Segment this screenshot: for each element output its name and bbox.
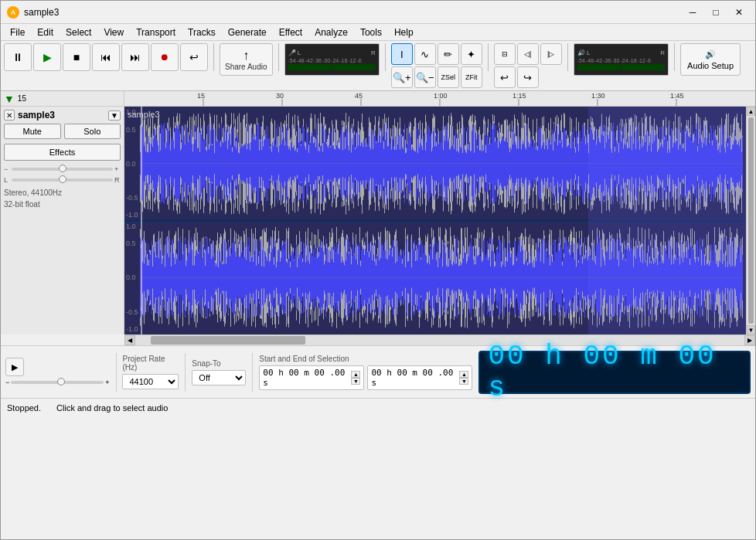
mute-button[interactable]: Mute bbox=[4, 124, 61, 139]
draw-tool-button[interactable]: ✏ bbox=[438, 43, 459, 65]
divider6 bbox=[674, 43, 675, 71]
track-name-row: ✕ sample3 ▼ bbox=[4, 110, 121, 121]
scroll-h-thumb[interactable] bbox=[151, 336, 305, 345]
divider2 bbox=[278, 43, 279, 71]
menu-item-effect[interactable]: Effect bbox=[273, 25, 308, 39]
scroll-up-arrow[interactable]: ▲ bbox=[747, 107, 755, 116]
select-tool-button[interactable]: I bbox=[391, 43, 413, 65]
volume-slider[interactable] bbox=[11, 381, 104, 384]
horizontal-scrollbar[interactable]: ◀ ▶ bbox=[124, 335, 755, 345]
tools-column: I ∿ ✏ ✦ 🔍+ 🔍− ZSel ZFit bbox=[391, 43, 482, 88]
pan-thumb[interactable] bbox=[59, 175, 66, 183]
close-button[interactable]: ✕ bbox=[729, 5, 749, 20]
menu-bar: FileEditSelectViewTransportTracksGenerat… bbox=[1, 24, 755, 41]
time-input-2[interactable]: 00 h 00 m 00 .00 s ▲ ▼ bbox=[367, 365, 472, 390]
title-bar: A sample3 ─ □ ✕ bbox=[1, 1, 755, 24]
zoom-fit-button[interactable]: ZFit bbox=[461, 66, 482, 88]
waveform-area[interactable]: sample3 bbox=[124, 107, 746, 335]
trim-right-button[interactable]: |▷ bbox=[540, 43, 562, 65]
pan-slider-row: L R bbox=[4, 176, 121, 184]
skip-start-button[interactable]: ⏮ bbox=[92, 43, 120, 71]
menu-item-file[interactable]: File bbox=[4, 25, 31, 39]
time-value-1: 00 h 00 m 00 .00 s bbox=[263, 368, 349, 388]
zoom-out2-button[interactable]: ⊟ bbox=[494, 43, 516, 65]
time2-down[interactable]: ▼ bbox=[459, 378, 468, 385]
playback-scale: -54 -48 -42 -36 -30 -24 -18 -12 -6 bbox=[577, 58, 665, 63]
menu-item-analyze[interactable]: Analyze bbox=[308, 25, 354, 39]
scroll-left-arrow[interactable]: ◀ bbox=[124, 335, 135, 345]
scroll-down-arrow[interactable]: ▼ bbox=[747, 325, 755, 335]
time1-up[interactable]: ▲ bbox=[351, 371, 360, 378]
edit-row2: ↩ ↪ bbox=[494, 66, 562, 88]
tools-row2: 🔍+ 🔍− ZSel ZFit bbox=[391, 66, 482, 88]
minimize-button[interactable]: ─ bbox=[683, 5, 703, 20]
status-hint: Click and drag to select audio bbox=[56, 403, 168, 413]
track-close-button[interactable]: ✕ bbox=[4, 110, 15, 121]
rate-label: Project Rate (Hz) bbox=[122, 355, 179, 372]
volume-thumb[interactable] bbox=[57, 378, 65, 385]
play-button[interactable]: ▶ bbox=[33, 43, 61, 71]
maximize-button[interactable]: □ bbox=[706, 5, 726, 20]
audio-setup-icon: 🔊 bbox=[705, 49, 716, 59]
track-header: ✕ sample3 ▼ Mute Solo Effects − + L R St… bbox=[1, 107, 124, 335]
effects-button[interactable]: Effects bbox=[4, 144, 121, 161]
undo-button[interactable]: ↩ bbox=[494, 66, 516, 88]
snap-label: Snap-To bbox=[192, 359, 246, 368]
tools-row1: I ∿ ✏ ✦ bbox=[391, 43, 482, 65]
scroll-track[interactable] bbox=[135, 335, 744, 345]
selection-row: 00 h 00 m 00 .00 s ▲ ▼ 00 h 00 m 00 .00 … bbox=[259, 365, 472, 390]
skip-end-button[interactable]: ⏭ bbox=[121, 43, 149, 71]
zoom-out-button[interactable]: 🔍− bbox=[414, 66, 436, 88]
scroll-right-arrow[interactable]: ▶ bbox=[744, 335, 755, 345]
rate-select[interactable]: 44100 22050 48000 bbox=[122, 374, 179, 389]
menu-item-tracks[interactable]: Tracks bbox=[182, 25, 222, 39]
menu-item-generate[interactable]: Generate bbox=[222, 25, 273, 39]
zoom-in-button[interactable]: 🔍+ bbox=[391, 66, 413, 88]
audio-setup-button[interactable]: 🔊 Audio Setup bbox=[680, 43, 741, 76]
snap-section: Snap-To Off On bbox=[192, 359, 246, 385]
scroll-thumb[interactable] bbox=[748, 117, 754, 324]
transport-group: ⏸ ▶ ■ ⏮ ⏭ ⏺ ↩ bbox=[4, 43, 208, 71]
ruler-timeline[interactable] bbox=[124, 91, 755, 106]
bottom-bar: ▶ − + Project Rate (Hz) 44100 22050 4800… bbox=[1, 345, 755, 398]
envelope-tool-button[interactable]: ∿ bbox=[414, 43, 436, 65]
time1-down[interactable]: ▼ bbox=[351, 378, 360, 385]
waveform-container: sample3 ▲ ▼ bbox=[124, 107, 755, 335]
time-spinner-2: ▲ ▼ bbox=[459, 371, 468, 385]
solo-button[interactable]: Solo bbox=[64, 124, 121, 139]
digital-clock: 00 h 00 m 00 s bbox=[478, 351, 751, 394]
pause-button[interactable]: ⏸ bbox=[4, 43, 32, 71]
track-name: sample3 bbox=[18, 110, 105, 121]
gain-thumb[interactable] bbox=[59, 165, 66, 172]
mic-bars bbox=[288, 64, 376, 70]
menu-item-help[interactable]: Help bbox=[388, 25, 420, 39]
menu-item-tools[interactable]: Tools bbox=[354, 25, 388, 39]
redo-button[interactable]: ↪ bbox=[517, 66, 539, 88]
stop-button[interactable]: ■ bbox=[63, 43, 90, 71]
audio-setup-label: Audio Setup bbox=[687, 61, 734, 70]
loop-button[interactable]: ↩ bbox=[180, 43, 208, 71]
time-input-1[interactable]: 00 h 00 m 00 .00 s ▲ ▼ bbox=[259, 365, 364, 390]
menu-item-select[interactable]: Select bbox=[60, 25, 97, 39]
menu-item-view[interactable]: View bbox=[97, 25, 130, 39]
track-dropdown[interactable]: ▼ bbox=[108, 110, 121, 121]
pan-slider[interactable] bbox=[12, 178, 113, 182]
play-row: ▶ bbox=[5, 358, 110, 376]
vertical-scrollbar[interactable]: ▲ ▼ bbox=[746, 107, 755, 335]
trim-left-button[interactable]: ◁| bbox=[517, 43, 539, 65]
time2-up[interactable]: ▲ bbox=[459, 371, 468, 378]
gain-slider[interactable] bbox=[12, 168, 113, 171]
multitool-button[interactable]: ✦ bbox=[461, 43, 482, 65]
ruler: ▼ 15 bbox=[1, 91, 755, 107]
zoom-sel-button[interactable]: ZSel bbox=[438, 66, 459, 88]
record-button[interactable]: ⏺ bbox=[151, 43, 179, 71]
window-title: sample3 bbox=[24, 7, 683, 18]
snap-select[interactable]: Off On bbox=[192, 370, 246, 385]
track-info: Stereo, 44100Hz 32-bit float bbox=[4, 187, 121, 210]
share-audio-button[interactable]: ↑ Share Audio bbox=[220, 43, 273, 76]
rate-section: Project Rate (Hz) 44100 22050 48000 bbox=[122, 355, 179, 389]
play-small-button[interactable]: ▶ bbox=[5, 358, 24, 376]
selection-section: Start and End of Selection 00 h 00 m 00 … bbox=[259, 355, 472, 390]
menu-item-edit[interactable]: Edit bbox=[31, 25, 60, 39]
menu-item-transport[interactable]: Transport bbox=[130, 25, 182, 39]
